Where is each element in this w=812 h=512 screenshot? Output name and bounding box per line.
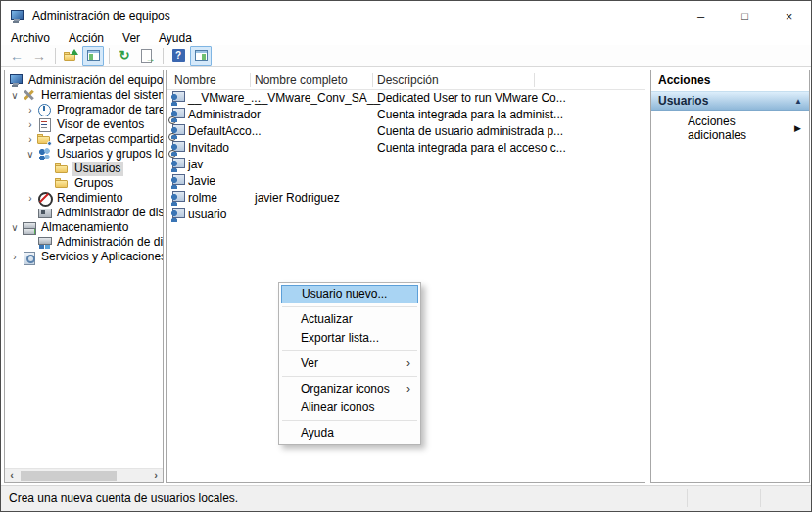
- refresh-icon: ↻: [119, 49, 130, 63]
- user-row-rolme[interactable]: rolme javier Rodriguez: [167, 190, 645, 207]
- menu-accion[interactable]: Acción: [69, 31, 114, 45]
- user-row-invitado[interactable]: Invitado Cuenta integrada para el acceso…: [167, 140, 645, 157]
- actions-group-usuarios[interactable]: Usuarios ▲: [651, 91, 809, 111]
- help-icon: [172, 49, 185, 62]
- column-header-descripcion[interactable]: Descripción: [377, 70, 439, 90]
- performance-icon: [37, 191, 52, 206]
- context-menu-item-usuario-nuevo[interactable]: Usuario nuevo...: [281, 285, 418, 303]
- user-row-vmware[interactable]: __VMware_... __VMware_Conv_SA__ Dedicate…: [167, 90, 645, 107]
- show-action-pane-button[interactable]: [190, 46, 212, 66]
- statusbar-divider: [760, 489, 761, 507]
- tree-item-usuarios[interactable]: Usuarios: [5, 162, 163, 176]
- tree-item-label: Herramientas del sistema: [38, 88, 164, 103]
- expander-icon[interactable]: ›: [24, 103, 37, 117]
- actions-item-label: Acciones adicionales: [688, 115, 794, 142]
- user-icon: [169, 174, 185, 189]
- tree-item-almacenamiento[interactable]: ∨ Almacenamiento: [5, 220, 163, 235]
- user-row-javie[interactable]: Javie: [167, 173, 645, 190]
- up-level-button[interactable]: [60, 46, 81, 66]
- user-row-defaultaccount[interactable]: DefaultAcco... Cuenta de usuario adminis…: [167, 123, 645, 140]
- close-button[interactable]: ×: [767, 1, 811, 30]
- actions-item-acciones-adicionales[interactable]: Acciones adicionales ▶: [651, 118, 809, 138]
- tree-item-label: Administrador de dispo: [54, 206, 164, 220]
- statusbar: Crea una nueva cuenta de usuarios locale…: [1, 485, 811, 511]
- submenu-arrow-icon: ›: [406, 354, 410, 373]
- titlebar: Administración de equipos – □ ×: [1, 1, 811, 30]
- tree-item-servicios-y-aplicaciones[interactable]: › Servicios y Aplicaciones: [5, 250, 163, 264]
- menu-separator: [282, 376, 417, 377]
- horizontal-scrollbar[interactable]: ‹ ›: [5, 468, 163, 482]
- column-separator[interactable]: [534, 73, 535, 87]
- folder-icon: [55, 176, 70, 191]
- user-icon: [169, 191, 185, 206]
- app-icon: [10, 9, 24, 23]
- tree-item-rendimiento[interactable]: › Rendimiento: [5, 191, 163, 206]
- maximize-button[interactable]: □: [723, 1, 767, 30]
- expander-icon[interactable]: ›: [24, 117, 37, 132]
- tree-item-administracion-del-equipo[interactable]: Administración del equipo (loc: [5, 73, 163, 88]
- user-row-jav[interactable]: jav: [167, 157, 645, 173]
- context-menu-item-ver[interactable]: Ver ›: [281, 354, 418, 373]
- submenu-arrow-icon: ›: [406, 380, 410, 398]
- status-text: Crea una nueva cuenta de usuarios locale…: [9, 491, 238, 505]
- window-right-pane-icon: [195, 50, 208, 61]
- list-header: Nombre Nombre completo Descripción: [167, 70, 645, 90]
- expander-icon[interactable]: ∨: [8, 88, 22, 103]
- user-row-usuario[interactable]: usuario: [167, 207, 645, 223]
- tree-item-carpetas-compartidas[interactable]: › Carpetas compartidas: [5, 132, 163, 147]
- column-separator[interactable]: [372, 73, 373, 87]
- column-header-nombre-completo[interactable]: Nombre completo: [255, 70, 348, 90]
- menu-archivo[interactable]: Archivo: [11, 31, 60, 45]
- expander-icon[interactable]: ∨: [24, 147, 37, 162]
- user-description: Cuenta integrada para el acceso c...: [377, 140, 566, 157]
- help-button[interactable]: [167, 46, 189, 66]
- expander-icon[interactable]: ›: [8, 250, 22, 264]
- column-header-nombre[interactable]: Nombre: [174, 70, 216, 90]
- tree-item-label: Servicios y Aplicaciones: [38, 250, 164, 264]
- tree-item-grupos[interactable]: Grupos: [5, 176, 163, 191]
- expander-icon[interactable]: ›: [24, 132, 37, 147]
- show-console-tree-button[interactable]: [82, 46, 104, 66]
- tree-item-label: Carpetas compartidas: [54, 132, 164, 147]
- console-tree-panel: Administración del equipo (loc ∨ Herrami…: [4, 70, 164, 483]
- menu-ver[interactable]: Ver: [122, 31, 150, 45]
- expander-icon[interactable]: ∨: [8, 220, 22, 235]
- tree-item-programador-de-tareas[interactable]: › Programador de tareas: [5, 103, 163, 117]
- refresh-button[interactable]: ↻: [114, 46, 135, 66]
- tree-item-administrador-de-dispositivos[interactable]: Administrador de dispo: [5, 206, 163, 220]
- collapse-icon[interactable]: ▲: [794, 97, 802, 106]
- context-menu-item-ayuda[interactable]: Ayuda: [281, 424, 418, 442]
- menubar: Archivo Acción Ver Ayuda: [1, 30, 811, 45]
- context-menu-item-organizar-iconos[interactable]: Organizar iconos ›: [281, 380, 418, 398]
- tree-item-administracion-de-discos[interactable]: Administración de disco: [5, 235, 163, 250]
- back-button[interactable]: ←: [6, 46, 27, 66]
- expander-icon[interactable]: ›: [24, 191, 37, 206]
- scrollbar-thumb[interactable]: [21, 471, 117, 481]
- user-row-administrador[interactable]: Administrador Cuenta integrada para la a…: [167, 107, 645, 123]
- toolbar-separator: [163, 48, 164, 64]
- tree-item-herramientas-del-sistema[interactable]: ∨ Herramientas del sistema: [5, 88, 163, 103]
- context-menu-item-actualizar[interactable]: Actualizar: [281, 310, 418, 329]
- user-icon: [169, 158, 185, 172]
- tree-item-label: Grupos: [72, 176, 116, 191]
- computer-management-window: Administración de equipos – □ × Archivo …: [0, 0, 812, 512]
- context-menu-item-exportar-lista[interactable]: Exportar lista...: [281, 329, 418, 348]
- user-name: Administrador: [188, 107, 261, 123]
- menu-separator: [282, 350, 417, 351]
- scroll-left-icon[interactable]: ‹: [5, 469, 19, 482]
- folder-up-icon: [64, 49, 78, 63]
- column-separator[interactable]: [250, 73, 251, 87]
- menu-ayuda[interactable]: Ayuda: [159, 31, 202, 45]
- user-name: Javie: [188, 173, 215, 190]
- user-disabled-icon: [169, 141, 185, 156]
- actions-panel: Acciones Usuarios ▲ Acciones adicionales…: [650, 70, 810, 483]
- tree-item-visor-de-eventos[interactable]: › Visor de eventos: [5, 117, 163, 132]
- tree-item-usuarios-y-grupos-locales[interactable]: ∨ Usuarios y grupos locale: [5, 147, 163, 162]
- context-menu-item-alinear-iconos[interactable]: Alinear iconos: [281, 398, 418, 417]
- forward-button[interactable]: →: [28, 46, 50, 66]
- scroll-right-icon[interactable]: ›: [149, 469, 163, 482]
- window-left-pane-icon: [87, 50, 100, 61]
- minimize-button[interactable]: –: [679, 1, 723, 30]
- export-list-button[interactable]: [136, 46, 158, 66]
- storage-icon: [22, 220, 36, 235]
